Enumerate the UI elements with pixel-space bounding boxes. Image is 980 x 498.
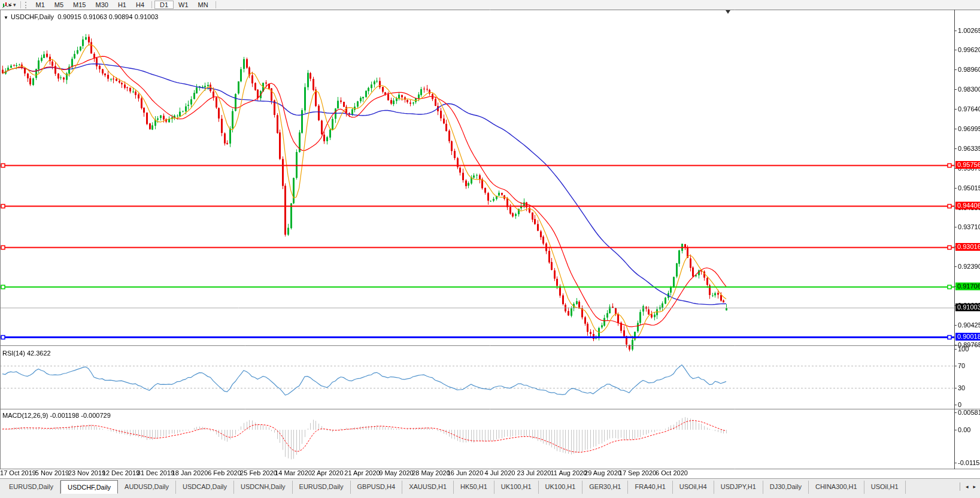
price-tick-label: 0.98960 — [958, 66, 980, 73]
chart-tab-fra40-h1[interactable]: FRA40,H1 — [628, 481, 672, 494]
chart-tabs: EURUSD,DailyUSDCHF,DailyAUDUSD,DailyUSDC… — [2, 481, 906, 494]
timeframe-buttons: M1M5M15M30H1H4D1W1MN — [31, 1, 219, 9]
chart-tab-uk100-h1[interactable]: UK100,H1 — [494, 481, 539, 494]
chart-tab-usoil-h4[interactable]: USOil,H4 — [673, 481, 714, 494]
price-tick-label: 0.92390 — [958, 263, 980, 270]
price-badge-0.95756: 0.95756 — [955, 161, 980, 169]
toolbar-separator — [151, 1, 152, 8]
chart-tab-usdjpy-h1[interactable]: USDJPY,H1 — [714, 481, 763, 494]
chart-title: ▼USDCHF,Daily 0.90915 0.91063 0.90894 0.… — [4, 13, 158, 20]
price-badge-0.91706: 0.91706 — [955, 283, 980, 290]
date-tick-label: 29 Aug 2020 — [584, 469, 621, 476]
date-tick-label: 25 Feb 2020 — [240, 469, 277, 476]
date-tick-label: 16 Jun 2020 — [447, 469, 484, 476]
chart-window: ▼USDCHF,Daily 0.90915 0.91063 0.90894 0.… — [0, 10, 980, 478]
rsi-tick-label: 70 — [958, 362, 980, 369]
chart-tab-audusd-daily[interactable]: AUDUSD,Daily — [118, 481, 176, 494]
toolbar-separator — [20, 1, 21, 8]
timeframe-w1[interactable]: W1 — [174, 1, 193, 9]
timeframe-d1[interactable]: D1 — [154, 1, 174, 9]
timeframe-m15[interactable]: M15 — [68, 1, 90, 9]
price-tick-label: 0.93710 — [958, 223, 980, 230]
macd-tick-label: 0.00 — [958, 426, 980, 433]
date-tick-label: 5 Nov 2019 — [35, 469, 69, 476]
chart-ohlc-values: 0.90915 0.91063 0.90894 0.91003 — [57, 13, 158, 20]
price-badge-0.91003: 0.91003 — [955, 303, 980, 311]
date-tick-label: 17 Sep 2020 — [619, 469, 656, 476]
timeframe-mn[interactable]: MN — [193, 1, 213, 9]
date-tick-label: 28 May 2020 — [412, 469, 450, 476]
tab-scroll-right-icon[interactable]: ▸ — [970, 484, 978, 490]
timeframe-h4[interactable]: H4 — [131, 1, 149, 9]
chart-tab-usdcad-daily[interactable]: USDCAD,Daily — [176, 481, 234, 494]
date-tick-label: 17 Oct 2019 — [0, 469, 36, 476]
date-tick-label: 2 Apr 2020 — [311, 469, 343, 476]
chart-tab-hk50-h1[interactable]: HK50,H1 — [454, 481, 494, 494]
dropdown-caret-icon[interactable]: ▾ — [13, 2, 16, 8]
chart-symbol-period: USDCHF,Daily — [11, 13, 54, 20]
price-tick-label: 0.90425 — [958, 321, 980, 329]
date-tick-label: 18 Jan 2020 — [172, 469, 208, 476]
date-tick-label: 11 Aug 2020 — [551, 469, 587, 476]
date-tick-label: 14 Mar 2020 — [275, 469, 312, 476]
macd-tick-label: -0.011514 — [958, 459, 980, 466]
price-tick-label: 1.00265 — [958, 27, 980, 34]
rsi-tick-label: 30 — [958, 384, 980, 391]
date-tick-label: 23 Nov 2019 — [68, 469, 105, 476]
price-badge-0.90018: 0.90018 — [955, 333, 980, 341]
price-tick-label: 0.96995 — [958, 125, 980, 132]
toolbar-grip-handle[interactable] — [25, 2, 28, 8]
rsi-tick-label: 0 — [958, 401, 980, 408]
tab-scroll-controls: ◂ ▸ — [957, 482, 978, 491]
date-tick-label: 4 Jul 2020 — [485, 469, 515, 476]
date-tick-label: 9 May 2020 — [379, 469, 413, 476]
date-tick-label: 21 Apr 2020 — [344, 469, 380, 476]
chart-tab-usdchf-daily[interactable]: USDCHF,Daily — [60, 480, 118, 494]
tab-scroll-left-icon[interactable]: ◂ — [963, 484, 971, 490]
macd-tick-label: 0.005818 — [958, 409, 980, 416]
chart-tab-xauusd-h1[interactable]: XAUUSD,H1 — [402, 481, 454, 494]
price-badge-0.94406: 0.94406 — [955, 202, 980, 209]
date-tick-label: 12 Dec 2019 — [102, 469, 139, 476]
timeframe-h1[interactable]: H1 — [113, 1, 131, 9]
chart-canvas[interactable] — [0, 10, 980, 478]
price-tick-label: 0.95015 — [958, 184, 980, 192]
timeframe-m30[interactable]: M30 — [91, 1, 113, 9]
tab-scroll-separator — [960, 482, 960, 491]
timeframe-m5[interactable]: M5 — [50, 1, 68, 9]
collapse-caret-icon[interactable]: ▼ — [4, 15, 8, 20]
macd-indicator-label: MACD(12,26,9) -0.001198 -0.000729 — [2, 412, 111, 419]
chart-tab-usdcnh-daily[interactable]: USDCNH,Daily — [234, 481, 293, 494]
chart-tab-uk100-h1[interactable]: UK100,H1 — [539, 481, 583, 494]
charts-icon[interactable] — [2, 1, 13, 9]
chart-tab-dj30-daily[interactable]: DJ30,Daily — [763, 481, 809, 494]
chart-tab-china300-h1[interactable]: CHINA300,H1 — [809, 481, 864, 494]
date-tick-label: 31 Dec 2019 — [137, 469, 174, 476]
chart-tab-eurusd-daily[interactable]: EURUSD,Daily — [2, 481, 60, 494]
chart-tab-bar: EURUSD,DailyUSDCHF,DailyAUDUSD,DailyUSDC… — [0, 478, 980, 498]
price-tick-label: 0.96335 — [958, 145, 980, 152]
chart-tab-gbpusd-h4[interactable]: GBPUSD,H4 — [351, 481, 403, 494]
price-tick-label: 0.98300 — [958, 86, 980, 93]
chart-tab-usoil-h1[interactable]: USOil,H1 — [864, 481, 906, 494]
chart-tab-ger30-h1[interactable]: GER30,H1 — [582, 481, 628, 494]
chart-tab-eurusd-daily[interactable]: EURUSD,Daily — [293, 481, 351, 494]
date-tick-label: 23 Jul 2020 — [517, 469, 551, 476]
rsi-tick-label: 100 — [958, 345, 980, 353]
price-badge-0.93016: 0.93016 — [955, 243, 980, 251]
date-tick-label: 6 Oct 2020 — [656, 469, 688, 476]
timeframe-toolbar: ▾ M1M5M15M30H1H4D1W1MN — [0, 0, 980, 10]
toolbar-separator — [216, 1, 216, 8]
timeframe-m1[interactable]: M1 — [31, 1, 50, 9]
price-tick-label: 0.97640 — [958, 105, 980, 113]
date-tick-label: 6 Feb 2020 — [208, 469, 241, 476]
price-tick-label: 0.99620 — [958, 46, 980, 53]
rsi-indicator-label: RSI(14) 42.3622 — [2, 350, 51, 357]
